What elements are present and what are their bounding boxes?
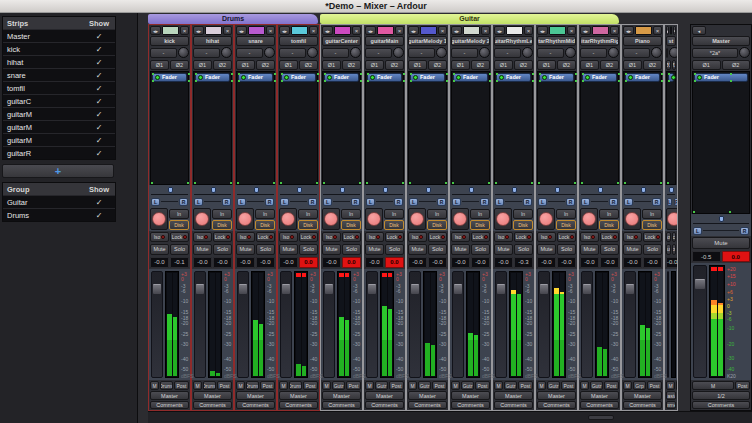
automation-mode-button[interactable]: M <box>193 381 202 390</box>
fader-handle[interactable] <box>239 284 247 294</box>
record-enable-button[interactable] <box>236 208 254 230</box>
strip-color-chip[interactable] <box>635 26 652 35</box>
visibility-checkbox[interactable]: ✓ <box>83 58 115 67</box>
pan-width-track[interactable] <box>624 187 661 195</box>
visibility-checkbox[interactable]: ✓ <box>83 110 115 119</box>
monitor-input-button[interactable]: In <box>169 209 189 219</box>
comments-button[interactable]: Comments <box>236 401 275 409</box>
group-button[interactable]: Drums <box>289 381 302 390</box>
solo-isolate-button[interactable]: Iso <box>193 232 212 242</box>
strip-name-button[interactable]: hihat <box>193 36 232 46</box>
peak-display[interactable]: -0.0 <box>557 257 576 268</box>
strip-color-chip[interactable] <box>506 26 523 35</box>
visibility-checkbox[interactable]: ✓ <box>83 198 115 207</box>
automation-mode-button[interactable]: M <box>623 381 632 390</box>
automation-mode-button[interactable]: M <box>451 381 460 390</box>
monitor-disk-button[interactable]: Disk <box>556 220 576 230</box>
gain-display[interactable]: -0.0 <box>494 257 513 268</box>
input-button[interactable]: - <box>494 48 521 58</box>
phase-invert-1-button[interactable]: Ø1 <box>666 60 671 70</box>
comments-button[interactable]: Comments <box>666 401 676 409</box>
trim-knob[interactable] <box>264 47 275 58</box>
automation-mode-button[interactable]: M <box>365 381 374 390</box>
meter-point-button[interactable]: Post <box>475 381 490 390</box>
strip-color-chip[interactable] <box>291 26 308 35</box>
master-phase-1-button[interactable]: Ø1 <box>692 60 721 70</box>
horizontal-scrollbar[interactable] <box>148 411 752 423</box>
pan-right-button[interactable]: R <box>179 198 188 206</box>
solo-lock-button[interactable]: Lock <box>385 232 404 242</box>
record-enable-button[interactable] <box>322 208 340 230</box>
solo-lock-button[interactable]: Lock <box>342 232 361 242</box>
peak-display[interactable]: -0.0 <box>600 257 619 268</box>
pan-position-handle[interactable] <box>555 187 560 193</box>
pan-width-track[interactable] <box>495 187 532 195</box>
pan-width-track[interactable] <box>693 216 749 224</box>
phase-invert-2-button[interactable]: Ø2 <box>428 60 447 70</box>
processor-box[interactable]: Fader <box>365 71 404 185</box>
phase-invert-2-button[interactable]: Ø2 <box>299 60 318 70</box>
record-enable-button[interactable] <box>666 208 678 230</box>
group-button[interactable]: Drums <box>160 381 173 390</box>
monitor-disk-button[interactable]: Disk <box>599 220 619 230</box>
solo-isolate-button[interactable]: Iso <box>666 232 671 242</box>
input-button[interactable]: - <box>580 48 607 58</box>
trim-knob[interactable] <box>178 47 189 58</box>
sidebar-strip-row[interactable]: guitarM✓ <box>3 120 115 133</box>
strip-width-toggle-icon[interactable]: ◂▸ <box>236 26 247 35</box>
comments-button[interactable]: Comments <box>494 401 533 409</box>
meter-point-button[interactable]: Post <box>561 381 576 390</box>
input-button[interactable]: - <box>365 48 392 58</box>
pan-right-button[interactable]: R <box>566 198 575 206</box>
input-button[interactable]: - <box>666 48 668 58</box>
input-button[interactable]: - <box>279 48 306 58</box>
output-button[interactable]: Master <box>193 391 232 400</box>
strip-name-button[interactable]: guitarMain <box>365 36 404 46</box>
output-button[interactable]: Master <box>322 391 361 400</box>
gain-fader[interactable] <box>280 271 292 378</box>
input-button[interactable]: - <box>322 48 349 58</box>
monitor-input-button[interactable]: In <box>599 209 619 219</box>
mute-button[interactable]: Mute <box>451 244 470 255</box>
gain-fader[interactable] <box>667 271 669 378</box>
phase-invert-2-button[interactable]: Ø2 <box>385 60 404 70</box>
visibility-checkbox[interactable]: ✓ <box>83 149 115 158</box>
strip-width-toggle-icon[interactable]: ◂▸ <box>666 26 669 35</box>
visibility-checkbox[interactable]: ✓ <box>83 32 115 41</box>
pan-left-button[interactable]: L <box>323 198 332 206</box>
fader-processor-entry[interactable]: Fader <box>195 73 230 82</box>
master-collapse-icon[interactable]: ◂ <box>692 26 706 35</box>
strip-color-chip[interactable] <box>377 26 394 35</box>
solo-isolate-button[interactable]: Iso <box>150 232 169 242</box>
solo-lock-button[interactable]: Lock <box>170 232 189 242</box>
sidebar-strip-row[interactable]: snare✓ <box>3 68 115 81</box>
gain-display[interactable]: -0.0 <box>365 257 384 268</box>
strip-name-button[interactable]: guitarRhythmRight <box>580 36 619 46</box>
monitor-disk-button[interactable]: Disk <box>169 220 189 230</box>
peak-display[interactable]: -0.3 <box>514 257 533 268</box>
processor-active-led[interactable] <box>198 75 203 80</box>
strip-color-chip[interactable] <box>592 26 609 35</box>
processor-box[interactable]: Fader <box>408 71 447 185</box>
pan-width-track[interactable] <box>237 187 274 195</box>
master-trim-knob[interactable] <box>739 47 750 58</box>
automation-mode-button[interactable]: M <box>322 381 331 390</box>
pan-right-button[interactable]: R <box>740 227 749 235</box>
trim-knob[interactable] <box>221 47 232 58</box>
mute-button[interactable]: Mute <box>150 244 169 255</box>
monitor-input-button[interactable]: In <box>556 209 576 219</box>
phase-invert-1-button[interactable]: Ø1 <box>236 60 255 70</box>
trim-knob[interactable] <box>393 47 404 58</box>
master-gain-display[interactable]: -0.5 <box>692 251 721 262</box>
pan-position-handle[interactable] <box>641 187 646 193</box>
strip-width-toggle-icon[interactable]: ◂▸ <box>279 26 290 35</box>
fader-handle[interactable] <box>325 284 333 294</box>
strip-width-toggle-icon[interactable]: ◂▸ <box>494 26 505 35</box>
record-enable-button[interactable] <box>494 208 512 230</box>
sidebar-strip-row[interactable]: hihat✓ <box>3 55 115 68</box>
monitor-disk-button[interactable]: Disk <box>470 220 490 230</box>
mute-button[interactable]: Mute <box>322 244 341 255</box>
monitor-disk-button[interactable]: Disk <box>642 220 662 230</box>
strip-hide-icon[interactable]: × <box>481 26 490 35</box>
comments-button[interactable]: Comments <box>193 401 232 409</box>
